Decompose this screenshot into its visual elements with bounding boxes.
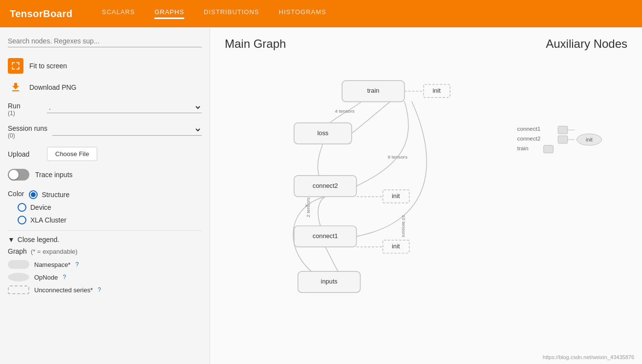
legend-graph-label: Graph (* = expandable) [8,247,202,255]
xla-label: XLA Cluster [30,216,66,224]
color-section: Color Structure Device XLA Cluster [8,184,202,230]
upload-label: Upload [8,150,42,158]
color-xla-option[interactable]: XLA Cluster [8,214,202,226]
choose-file-button[interactable]: Choose File [47,147,97,161]
node-connect1-label: connect1 [313,232,338,240]
trace-inputs-row: Trace inputs [8,165,202,184]
legend-namespace: Namespace* ? [8,258,202,271]
node-loss-label: loss [317,129,328,137]
aux-connect2-label: connect2 [517,135,541,142]
search-input[interactable] [8,35,202,47]
run-select[interactable]: . [47,102,202,113]
header: TensorBoard SCALARS GRAPHS DISTRIBUTIONS… [0,0,642,27]
app-logo: TensorBoard [10,8,72,20]
fit-to-screen-action[interactable]: Fit to screen [8,55,202,77]
aux-connect1-connector [558,126,568,134]
namespace-shape [8,260,29,269]
fit-to-screen-label: Fit to screen [29,62,67,70]
aux-connect2-connector [558,136,568,143]
session-runs-count: (0) [8,132,47,139]
edge-connect2-train [357,101,408,186]
nav-scalars[interactable]: SCALARS [102,8,135,19]
namespace-question[interactable]: ? [75,261,79,268]
unconnected-question[interactable]: ? [98,286,101,293]
color-device-option[interactable]: Device [8,201,202,214]
legend-section: ▼ Close legend. Graph (* = expandable) N… [8,230,202,301]
download-png-action[interactable]: Download PNG [8,77,202,98]
aux-train-label: train [517,145,529,151]
upload-row: Upload Choose File [8,143,202,165]
expandable-note: (* = expandable) [31,248,78,255]
unconnected-label: Unconnected series* [34,286,93,294]
trace-inputs-label: Trace inputs [35,171,73,179]
content-area: Main Graph Auxiliary Nodes 4 tensors 9 t… [210,27,642,364]
chevron-down-icon: ▼ [8,236,15,243]
aux-train-connector [544,145,554,153]
legend-opnode: OpNode ? [8,271,202,283]
edge-label-10tensors: 10 tensors [401,215,407,237]
device-label: Device [30,203,51,211]
session-runs-label: Session runs [8,124,47,132]
edge-connect1-train [357,101,427,237]
nav-histograms[interactable]: HISTOGRAMS [279,8,326,19]
device-radio[interactable] [18,203,26,212]
init-label-connect1: init [392,243,400,250]
node-connect2-label: connect2 [313,182,338,189]
session-runs-row: Session runs (0) [8,121,202,143]
legend-unconnected: Unconnected series* ? [8,283,202,296]
color-structure-option[interactable]: Structure [29,188,69,201]
run-row: Run (1) . [8,98,202,121]
main-layout: Fit to screen Download PNG Run (1) . [0,27,642,364]
unconnected-shape [8,285,29,294]
init-label-train: init [432,87,441,94]
init-label-connect2: init [392,192,400,200]
toggle-thumb [9,170,19,180]
run-count: (1) [8,110,42,117]
edge-label-4tensors: 4 tensors [335,108,354,114]
run-label: Run [8,102,42,110]
opnode-question[interactable]: ? [63,274,66,281]
fit-to-screen-icon [8,58,23,74]
legend-toggle-label: Close legend. [18,236,60,243]
session-runs-select[interactable] [52,124,202,136]
opnode-label: OpNode [34,274,58,281]
node-train-label: train [367,87,380,94]
structure-radio[interactable] [29,190,38,199]
node-inputs-label: inputs [321,278,338,285]
edge-label-x: x [305,202,307,208]
main-nav: SCALARS GRAPHS DISTRIBUTIONS HISTOGRAMS [102,8,326,19]
xla-radio[interactable] [18,216,26,224]
trace-inputs-toggle[interactable] [8,169,29,181]
color-label: Color [8,190,24,198]
structure-label: Structure [42,191,69,199]
graph-label: Graph [8,247,27,255]
nav-graphs[interactable]: GRAPHS [154,8,184,19]
namespace-label: Namespace* [34,261,70,268]
download-png-label: Download PNG [29,83,77,91]
edge-label-9tensors: 9 tensors [387,154,407,160]
download-icon [8,80,23,95]
url-bar: https://blog.csdn.net/weixin_43435876 [543,354,634,360]
aux-connect1-label: connect1 [517,125,541,132]
nav-distributions[interactable]: DISTRIBUTIONS [204,8,259,19]
aux-init-label: init [586,137,593,142]
legend-toggle[interactable]: ▼ Close legend. [8,236,202,243]
graph-svg[interactable]: 4 tensors 9 tensors 10 tensors 2 tensors… [210,27,642,364]
opnode-shape [8,273,29,282]
sidebar: Fit to screen Download PNG Run (1) . [0,27,210,364]
